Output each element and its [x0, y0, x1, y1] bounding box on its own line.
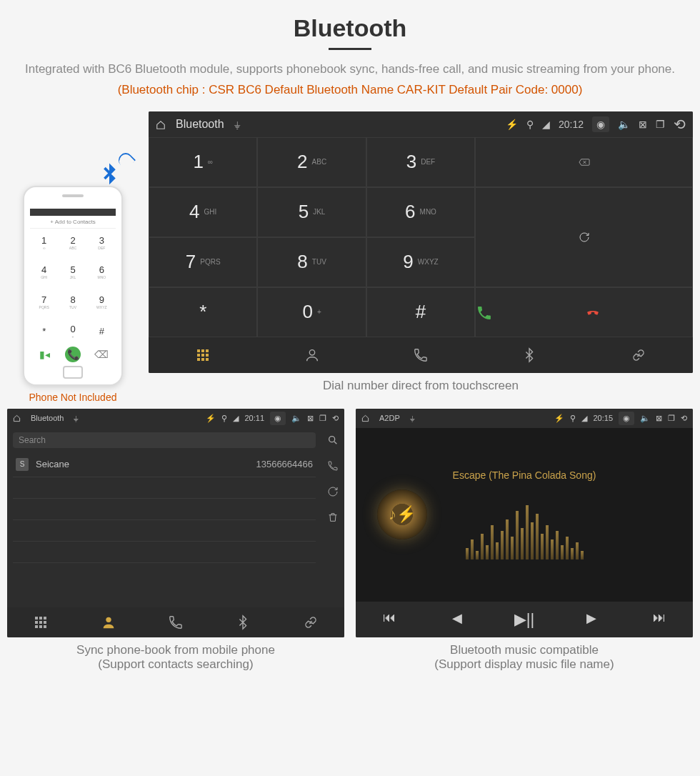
nav-bluetooth[interactable] [475, 347, 584, 363]
hangup-button[interactable] [584, 302, 692, 322]
contact-list: S Seicane 13566664466 [7, 452, 321, 607]
dialer-device: Bluetooth ⏚ ⚡ ⚲ ◢ 20:12 ◉ 🔈 ⊠ ❐ ⟲ 1∞ 2AB… [149, 111, 693, 373]
nav-keypad[interactable] [149, 347, 257, 363]
search-icon[interactable] [327, 434, 339, 447]
key-9[interactable]: 9WXYZ [366, 237, 475, 287]
track-title: Escape (The Pina Colada Song) [453, 469, 596, 481]
close-window-icon[interactable]: ⊠ [307, 414, 314, 423]
key-4[interactable]: 4GHI [149, 187, 257, 237]
previous-button[interactable]: ⏮ [356, 610, 423, 629]
nav-call-log[interactable] [142, 615, 209, 630]
key-0[interactable]: 0+ [257, 287, 366, 337]
music-device: A2DP ⏚ ⚡ ⚲ ◢ 20:15 ◉ 🔈 ⊠ ❐ ⟲ ♪⚡ Escape (… [356, 409, 693, 637]
app-title: Bluetooth [176, 118, 224, 131]
music-caption: Bluetooth music compatible(Support displ… [356, 643, 693, 672]
nav-contacts[interactable] [74, 615, 141, 630]
home-icon[interactable] [156, 118, 166, 129]
key-7[interactable]: 7PQRS [149, 237, 257, 287]
back-icon[interactable]: ⟲ [674, 116, 686, 133]
music-visualizer-area: ♪⚡ Escape (The Pina Colada Song) [356, 428, 693, 602]
wifi-icon: ◢ [542, 119, 550, 130]
key-2[interactable]: 2ABC [257, 137, 366, 187]
wifi-icon: ◢ [233, 414, 239, 423]
delete-icon[interactable] [327, 511, 339, 524]
status-bar: Bluetooth ⏚ ⚡ ⚲ ◢ 20:11 ◉ 🔈 ⊠ ❐ ⟲ [7, 409, 344, 428]
contact-row-empty [13, 542, 316, 563]
volume-icon[interactable]: 🔈 [291, 414, 301, 423]
bluetooth-spec: (Bluetooth chip : CSR BC6 Default Blueto… [7, 83, 693, 97]
usb-icon: ⏚ [410, 414, 415, 422]
rewind-button[interactable]: ◀ [423, 610, 490, 629]
music-controls: ⏮ ◀ ▶|| ▶ ⏭ [356, 602, 693, 637]
recent-apps-icon[interactable]: ❐ [319, 414, 326, 423]
camera-icon[interactable]: ◉ [619, 412, 634, 425]
bluetooth-icon: ⚡ [206, 414, 216, 423]
key-6[interactable]: 6MNO [366, 187, 475, 237]
home-icon[interactable] [361, 414, 369, 423]
call-button[interactable] [476, 302, 584, 322]
search-input[interactable]: Search [13, 432, 316, 448]
next-button[interactable]: ⏭ [626, 610, 693, 629]
usb-icon: ⏚ [234, 119, 240, 130]
bluetooth-icon: ⚡ [554, 414, 564, 423]
dialer-caption: Dial number direct from touchscreen [149, 379, 693, 393]
svg-point-2 [106, 617, 111, 622]
play-pause-button[interactable]: ▶|| [491, 610, 558, 629]
phone-mockup: + Add to Contacts 1∞2ABC3DEF 4GHI5JKL6MN… [23, 186, 123, 386]
backspace-button[interactable] [475, 137, 693, 187]
nav-contacts[interactable] [257, 347, 366, 363]
key-hash[interactable]: # [366, 287, 475, 337]
redial-button[interactable] [475, 187, 693, 287]
home-icon[interactable] [13, 414, 21, 423]
sync-icon[interactable] [327, 485, 339, 498]
nav-keypad[interactable] [7, 615, 74, 630]
close-window-icon[interactable]: ⊠ [639, 119, 647, 130]
contact-name: Seicane [36, 459, 69, 469]
close-window-icon[interactable]: ⊠ [656, 414, 662, 423]
app-title: A2DP [379, 414, 400, 422]
key-3[interactable]: 3DEF [366, 137, 475, 187]
contact-row[interactable]: S Seicane 13566664466 [13, 452, 316, 477]
svg-point-0 [309, 349, 314, 354]
volume-icon[interactable]: 🔈 [640, 414, 650, 423]
svg-point-1 [329, 437, 335, 442]
bottom-nav [149, 337, 693, 373]
album-disc-icon: ♪⚡ [377, 489, 427, 539]
app-title: Bluetooth [31, 414, 64, 422]
contact-row-empty [13, 520, 316, 542]
recent-apps-icon[interactable]: ❐ [656, 119, 665, 130]
page-header: Bluetooth Integrated with BC6 Bluetooth … [7, 14, 693, 97]
volume-icon[interactable]: 🔈 [618, 119, 630, 130]
status-bar: Bluetooth ⏚ ⚡ ⚲ ◢ 20:12 ◉ 🔈 ⊠ ❐ ⟲ [149, 111, 693, 137]
camera-icon[interactable]: ◉ [592, 116, 609, 132]
call-icon[interactable] [327, 459, 339, 472]
key-5[interactable]: 5JKL [257, 187, 366, 237]
back-icon[interactable]: ⟲ [332, 414, 339, 423]
key-1[interactable]: 1∞ [149, 137, 257, 187]
recent-apps-icon[interactable]: ❐ [668, 414, 675, 423]
phonebook-caption: Sync phone-book from mobile phone(Suppor… [7, 643, 344, 672]
music-note-bluetooth-icon: ♪⚡ [389, 505, 416, 524]
clock: 20:12 [559, 119, 584, 130]
wifi-icon: ◢ [581, 414, 587, 423]
back-icon[interactable]: ⟲ [681, 414, 687, 423]
key-star[interactable]: * [149, 287, 257, 337]
nav-pairing[interactable] [277, 615, 344, 630]
clock: 20:11 [244, 414, 264, 422]
nav-bluetooth[interactable] [209, 615, 276, 630]
title-underline [329, 48, 371, 50]
location-icon: ⚲ [221, 414, 227, 423]
location-icon: ⚲ [526, 119, 534, 130]
page-title: Bluetooth [7, 14, 693, 42]
key-8[interactable]: 8TUV [257, 237, 366, 287]
bottom-nav [7, 607, 344, 637]
nav-call-log[interactable] [366, 347, 475, 363]
forward-button[interactable]: ▶ [558, 610, 625, 629]
page-description: Integrated with BC6 Bluetooth module, su… [7, 60, 693, 79]
usb-icon: ⏚ [74, 414, 79, 422]
contact-initial-badge: S [16, 458, 29, 471]
camera-icon[interactable]: ◉ [270, 412, 286, 425]
contact-row-empty [13, 477, 316, 499]
contact-number: 13566664466 [256, 459, 313, 469]
nav-pairing[interactable] [584, 347, 693, 363]
